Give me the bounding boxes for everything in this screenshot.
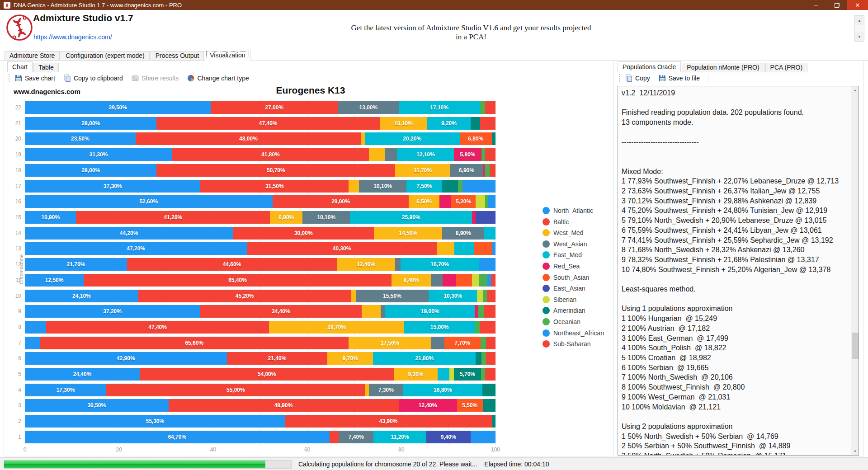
bar-segment-west-med: 17,50% (349, 337, 431, 349)
scroll-up-icon[interactable]: ▲ (855, 16, 864, 25)
bar-segment-west-med (351, 290, 355, 302)
legend-label: East_Asian (553, 285, 585, 292)
titlebar[interactable]: DNA Genics - Admixture Studio 1.7 - www.… (0, 0, 868, 10)
bar-segment-baltic: 47,40% (46, 321, 269, 334)
bar-segment-north-atlantic: 24,10% (25, 290, 138, 302)
website-link[interactable]: https://www.dnagenics.com/ (33, 33, 112, 41)
oracle-scrollbar[interactable]: ▲ ▼ (851, 86, 859, 455)
minimize-button[interactable] (806, 0, 826, 10)
toolbar-grip[interactable] (618, 74, 620, 82)
chart-toolbar: Save chart Copy to clipboard Share resul… (8, 72, 257, 84)
copy-to-clipboard-label: Copy to clipboard (74, 75, 123, 82)
bar-segment-northeast-african (492, 242, 495, 255)
oracle-output-text[interactable]: v1.2 12/11/2019 Finished reading populat… (618, 86, 851, 455)
tab-configuration-expert-mode[interactable]: Configuration (expert mode) (61, 51, 149, 61)
change-chart-type-button[interactable]: Change chart type (187, 74, 249, 82)
elapsed-time: Elapsed time: 00:04:10 (484, 461, 549, 468)
legend-item-west-med: West_Med (542, 227, 584, 238)
bar-segment-west-med: 8,40% (392, 274, 431, 287)
bar-segment-west-asian (385, 148, 397, 161)
chromosome-tick-label: 8 (18, 321, 21, 334)
bar-segment-north-atlantic: 42,90% (25, 352, 227, 365)
bar-segment-west-asian: 7,30% (369, 384, 403, 396)
bar-value-label: 28,00% (81, 120, 100, 127)
bar-segment-east-med (454, 242, 474, 255)
bar-segment-north-atlantic: 64,70% (25, 431, 330, 443)
bar-segment-amerindian (442, 180, 458, 193)
chromosome-tick-label: 4 (18, 384, 21, 396)
tab-admixture-store[interactable]: Admixture Store (5, 51, 60, 61)
save-to-file-button[interactable]: Save to file (658, 74, 700, 82)
chart-subtabs: ChartTable (7, 62, 60, 72)
legend-label: Oceanian (553, 318, 580, 325)
scroll-up-icon[interactable]: ▲ (851, 86, 859, 94)
legend-item-northeast-african: Northeast_African (542, 328, 604, 338)
tab-process-output[interactable]: Process Output (151, 51, 204, 61)
chart-row-chr22: 2239,50%27,00%13,00%17,10% (25, 101, 495, 114)
tab-population-nmonte-pro[interactable]: Population nMonte (PRO) (682, 63, 764, 72)
bar-segment-red-sea (439, 195, 451, 208)
copy-to-clipboard-button[interactable]: Copy to clipboard (63, 74, 123, 82)
chart-row-chr12: 1221,70%44,60%12,40%16,70% (25, 258, 495, 271)
bar-segment-baltic: 45,20% (138, 290, 351, 302)
tab-populations-oracle[interactable]: Populations Oracle (618, 61, 681, 72)
bar-value-label: 13,00% (359, 104, 378, 111)
bar-segment-north-atlantic: 47,20% (25, 242, 247, 255)
bar-segment-baltic: 34,40% (200, 305, 362, 318)
floppy-disk-icon (658, 74, 666, 82)
legend-item-east-asian: East_Asian (542, 283, 585, 294)
chart-row-chr21: 2128,00%47,40%10,10%9,20% (25, 117, 495, 130)
bar-segment-baltic: 21,40% (227, 352, 328, 365)
scrollbar-thumb[interactable] (852, 333, 859, 359)
chart-watermark: www.dnagenics.com (14, 88, 80, 95)
scroll-down-icon[interactable]: ▼ (851, 447, 859, 455)
bar-value-label: 9,70% (343, 355, 358, 362)
copy-pages-icon (625, 74, 633, 82)
save-chart-button[interactable]: Save chart (14, 74, 55, 82)
bar-value-label: 12,50% (45, 277, 64, 283)
bar-segment-sub-saharan (485, 101, 495, 114)
toolbar-grip[interactable] (8, 74, 10, 82)
bar-segment-siberian (449, 368, 454, 381)
bar-segment-baltic: 41,80% (172, 148, 369, 161)
bar-segment-oceanian (479, 274, 488, 287)
copy-button[interactable]: Copy (625, 74, 650, 82)
gridline (495, 99, 496, 446)
bar-value-label: 39,50% (108, 104, 127, 111)
bar-segment-amerindian (476, 352, 481, 365)
bar-value-label: 6,90% (278, 214, 294, 221)
share-results-button[interactable]: Share results (131, 74, 179, 82)
scroll-down-icon[interactable]: ▼ (855, 32, 864, 41)
chromosome-tick-label: 13 (15, 242, 21, 255)
bar-value-label: 15,50% (383, 293, 401, 299)
bar-segment-sub-saharan (486, 337, 495, 349)
bar-value-label: 10,10% (373, 183, 392, 189)
close-button[interactable]: ✕ (847, 0, 868, 10)
bar-segment-sub-saharan (480, 117, 495, 130)
chromosome-tick-label: 5 (18, 368, 21, 381)
bar-segment-baltic: 29,00% (273, 195, 409, 208)
legend-label: West_Asian (553, 240, 587, 248)
bar-value-label: 11,70% (414, 167, 432, 174)
bar-segment-north-atlantic (25, 337, 40, 349)
chromosome-tick-label: 18 (15, 164, 21, 177)
header-scrollbar[interactable]: ▲ ▼ (854, 15, 864, 42)
bar-value-label: 6,90% (459, 167, 474, 174)
maximize-button[interactable] (826, 0, 847, 10)
subtab-table[interactable]: Table (33, 63, 58, 72)
chart-row-chr20: 2023,50%48,00%20,20%6,80% (25, 132, 495, 145)
bar-segment-oceanian (481, 337, 486, 349)
chromosome-tick-label: 15 (15, 211, 21, 224)
bar-value-label: 27,00% (265, 104, 283, 111)
tab-visualization[interactable]: Visualization (205, 50, 250, 61)
bar-value-label: 21,80% (415, 355, 434, 362)
bar-value-label: 28,70% (327, 324, 346, 330)
bar-segment-baltic: 30,00% (233, 227, 374, 240)
subtab-chart[interactable]: Chart (7, 61, 33, 72)
bar-value-label: 5,20% (456, 198, 471, 205)
legend-label: Amerindian (553, 307, 585, 314)
bar-segment-baltic: 31,50% (200, 180, 349, 193)
tab-pca-pro[interactable]: PCA (PRO) (765, 63, 808, 72)
oracle-output-box[interactable]: v1.2 12/11/2019 Finished reading populat… (618, 86, 859, 456)
app-icon (4, 2, 10, 9)
